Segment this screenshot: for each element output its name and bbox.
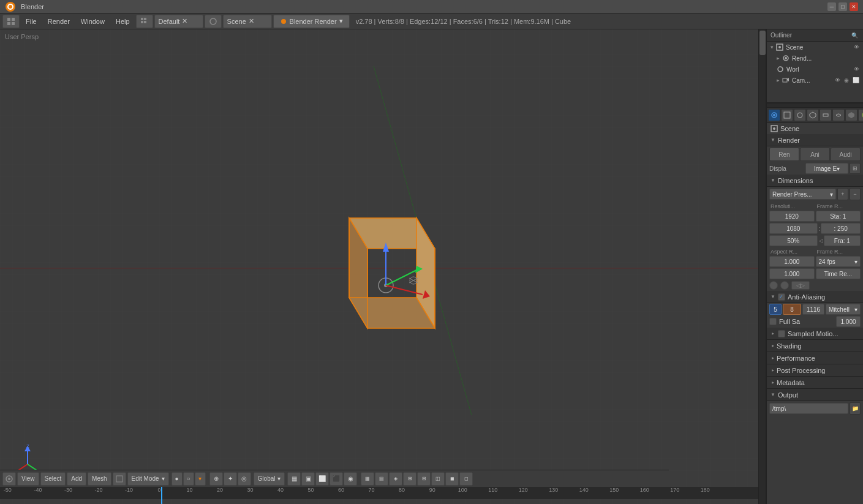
tool3[interactable]: ⬜ — [315, 472, 329, 486]
aa-val8[interactable]: 8 — [783, 304, 801, 315]
circle-btn-1[interactable] — [769, 281, 778, 290]
mesh-menu[interactable]: Mesh — [88, 472, 111, 486]
render-prop-icon[interactable] — [768, 109, 780, 121]
viewport-3d[interactable]: User Persp X Y Z (1) Cube View Select A — [0, 29, 766, 504]
layer1[interactable]: ▦ — [361, 472, 374, 486]
outliner-item-camera[interactable]: ▸ Cam... 👁 ◉ ⬜ — [767, 75, 863, 86]
shading-btn-1[interactable]: ● — [171, 472, 183, 486]
res-x-field[interactable]: 1920 — [769, 211, 815, 222]
post-processing-section[interactable]: ▸ Post Processing — [767, 364, 863, 377]
transform-orientation[interactable]: Global ▾ — [254, 472, 285, 486]
aa-filter[interactable]: Mitchell ▾ — [826, 304, 861, 315]
outliner-item-render[interactable]: ▸ Rend... — [767, 53, 863, 64]
aa-val5[interactable]: 5 — [769, 304, 782, 315]
full-sample-checkbox[interactable] — [769, 318, 777, 325]
pivot-btn[interactable]: ⊕ — [209, 472, 223, 486]
tool4[interactable]: ⬛ — [330, 472, 343, 486]
world-prop-icon[interactable] — [794, 109, 806, 121]
render-engine-dropdown[interactable]: Blender Render ▾ — [273, 15, 350, 28]
add-menu[interactable]: Add — [67, 472, 86, 486]
proportional-btn[interactable]: ◎ — [238, 472, 251, 486]
render-tab-render[interactable]: Ren — [769, 148, 799, 161]
select-menu[interactable]: Select — [40, 472, 66, 486]
metadata-section[interactable]: ▸ Metadata — [767, 377, 863, 389]
viewport-scrollbar-v[interactable] — [758, 29, 766, 504]
constraint-prop-icon[interactable] — [820, 109, 832, 121]
edit-mode-icon[interactable] — [113, 472, 126, 486]
material-prop-icon[interactable] — [858, 109, 863, 121]
obj-prop-icon[interactable] — [807, 109, 819, 121]
scene-mode-icon[interactable] — [205, 15, 222, 28]
layout-dropdown[interactable]: Default ✕ — [154, 15, 203, 28]
maximize-button[interactable]: □ — [839, 2, 847, 11]
sampled-motion-checkbox[interactable] — [778, 330, 785, 337]
layer5[interactable]: ⊟ — [417, 472, 431, 486]
view-menu[interactable]: View — [17, 472, 39, 486]
res-y-field[interactable]: 1080 — [769, 223, 818, 234]
minimize-button[interactable]: ─ — [827, 2, 836, 11]
mode-dropdown[interactable]: Edit Mode ▾ — [127, 472, 169, 486]
outliner-scroll-area[interactable] — [767, 103, 863, 108]
performance-section[interactable]: ▸ Performance — [767, 352, 863, 364]
scene-dropdown[interactable]: Scene ✕ — [223, 15, 272, 28]
layer3[interactable]: ◈ — [389, 472, 402, 486]
scene-prop-icon[interactable] — [781, 109, 793, 121]
layer7[interactable]: ◼ — [445, 472, 459, 486]
menu-window[interactable]: Window — [76, 17, 110, 26]
menu-file[interactable]: File — [21, 17, 42, 26]
output-path-field[interactable]: /tmp\ — [769, 403, 848, 414]
world-visibility[interactable]: 👁 — [854, 66, 859, 72]
view-mode-icon[interactable] — [2, 15, 20, 28]
shading-section[interactable]: ▸ Shading — [767, 340, 863, 352]
frame-start-field[interactable]: Sta: 1 — [816, 211, 861, 222]
frame-cur-field[interactable]: Fra: 1 — [824, 235, 861, 246]
render-tab-audio[interactable]: Audi — [831, 148, 861, 161]
aa-val1116[interactable]: 1116 — [802, 304, 824, 315]
modifier-prop-icon[interactable] — [832, 109, 845, 121]
output-path-browse[interactable]: 📁 — [850, 402, 861, 415]
aspect-y-field[interactable]: 1.000 — [769, 268, 815, 279]
layout-grid-icon[interactable] — [136, 15, 153, 28]
frame-end-field[interactable]: : 250 — [821, 223, 861, 234]
shading-btn-3[interactable]: ▾ — [195, 472, 206, 486]
scene-visibility[interactable]: 👁 — [854, 44, 859, 50]
circle-btn-2[interactable] — [780, 281, 789, 290]
display-extra[interactable]: ⊞ — [850, 163, 861, 174]
layer6[interactable]: ◫ — [431, 472, 445, 486]
dimensions-section-header[interactable]: ▼ Dimensions — [767, 175, 863, 187]
render-section-header[interactable]: ▼ Render — [767, 134, 863, 146]
tool2[interactable]: ▣ — [301, 472, 315, 486]
snap-btn[interactable]: ✦ — [224, 472, 237, 486]
data-prop-icon[interactable] — [845, 109, 857, 121]
camera-visibility[interactable]: 👁 — [835, 77, 840, 83]
layer4[interactable]: ⊞ — [403, 472, 416, 486]
menu-render[interactable]: Render — [43, 17, 75, 26]
sampled-motion-section[interactable]: ▸ Sampled Motio... — [767, 328, 863, 340]
time-re-field[interactable]: Time Re... — [816, 268, 861, 279]
outliner-search[interactable]: 🔍 — [850, 31, 859, 40]
render-tab-anim[interactable]: Ani — [800, 148, 830, 161]
render-preset-field[interactable]: Render Pres... ▾ — [769, 189, 836, 200]
outliner-item-scene[interactable]: ▾ Scene 👁 — [767, 42, 863, 53]
layer2[interactable]: ▤ — [375, 472, 388, 486]
scrollbar-thumb-v[interactable] — [759, 31, 766, 55]
outliner-item-world[interactable]: Worl 👁 — [767, 64, 863, 75]
tool5[interactable]: ◉ — [344, 472, 357, 486]
fps-field[interactable]: 24 fps ▾ — [816, 256, 861, 267]
camera-render-vis[interactable]: ◉ — [844, 77, 849, 83]
camera-extra[interactable]: ⬜ — [853, 77, 859, 83]
res-pct-field[interactable]: 50% — [769, 235, 818, 246]
output-section[interactable]: ▼ Output — [767, 389, 863, 401]
display-field[interactable]: Image E ▾ — [805, 163, 848, 174]
tool1[interactable]: ▦ — [287, 472, 301, 486]
aa-value-field[interactable]: 1.000 — [836, 316, 861, 327]
preset-remove[interactable]: − — [850, 188, 861, 200]
close-button[interactable]: ✕ — [850, 2, 858, 11]
aspect-x-field[interactable]: 1.000 — [769, 256, 815, 267]
layer8[interactable]: ◻ — [459, 472, 473, 486]
viewport-icon-btn[interactable] — [2, 472, 16, 486]
shading-btn-2[interactable]: ○ — [183, 472, 194, 486]
time-arrows[interactable]: ◁▷ — [791, 281, 810, 290]
aa-section-header[interactable]: ▼ ✓ Anti-Aliasing — [767, 291, 863, 303]
menu-help[interactable]: Help — [111, 17, 135, 26]
